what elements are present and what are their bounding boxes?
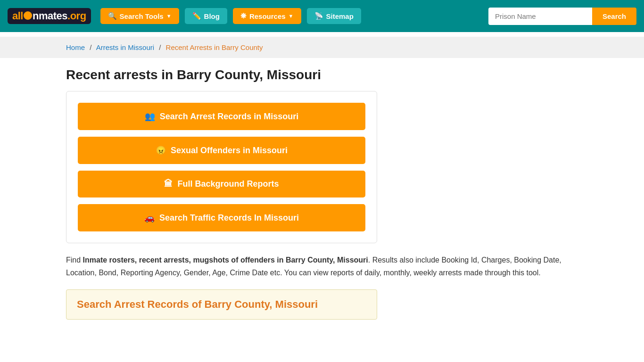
site-header: allnmates.org 🔍 Search Tools ▼ ✏️ Blog ❋…	[0, 0, 644, 32]
nav-resources-label: Resources	[249, 12, 286, 20]
search-section: Search Arrest Records of Barry County, M…	[66, 289, 377, 320]
description-prefix: Find	[66, 256, 83, 264]
page-description: Find Inmate rosters, recent arrests, mug…	[66, 254, 578, 279]
prison-name-input[interactable]	[488, 8, 592, 25]
nav-blog[interactable]: ✏️ Blog	[185, 8, 227, 24]
search-section-title: Search Arrest Records of Barry County, M…	[77, 298, 366, 311]
action-buttons-card: 👥 Search Arrest Records in Missouri 😠 Se…	[66, 91, 377, 243]
background-reports-button[interactable]: 🏛 Full Background Reports	[78, 171, 365, 197]
header-search-button[interactable]: Search	[592, 8, 636, 25]
chevron-down-icon: ▼	[166, 13, 172, 19]
sexual-offenders-icon: 😠	[156, 145, 166, 156]
blog-icon: ✏️	[192, 12, 201, 20]
arrest-records-icon: 👥	[145, 111, 155, 122]
breadcrumb-home[interactable]: Home	[66, 43, 85, 51]
traffic-records-icon: 🚗	[144, 213, 155, 223]
background-reports-icon: 🏛	[164, 179, 173, 189]
sitemap-icon: 📡	[314, 12, 323, 20]
breadcrumb-sep-2: /	[159, 43, 161, 51]
background-reports-label: Full Background Reports	[177, 179, 279, 189]
nav-search-tools-label: Search Tools	[120, 12, 164, 20]
breadcrumb-current: Recent Arrests in Barry County	[166, 43, 263, 51]
nav-resources[interactable]: ❋ Resources ▼	[233, 8, 301, 24]
nav-blog-label: Blog	[204, 12, 220, 20]
site-logo[interactable]: allnmates.org	[8, 8, 91, 24]
sexual-offenders-button[interactable]: 😠 Sexual Offenders in Missouri	[78, 137, 365, 164]
breadcrumb-arrests[interactable]: Arrests in Missouri	[96, 43, 154, 51]
chevron-down-icon-2: ▼	[289, 13, 294, 19]
nav-sitemap[interactable]: 📡 Sitemap	[307, 8, 361, 24]
search-arrest-records-label: Search Arrest Records in Missouri	[160, 112, 298, 122]
resources-icon: ❋	[240, 12, 247, 20]
header-search-bar: Search	[488, 8, 636, 25]
nav-search-tools[interactable]: 🔍 Search Tools ▼	[100, 8, 179, 24]
header-search-label: Search	[603, 12, 626, 20]
nav-sitemap-label: Sitemap	[326, 12, 354, 20]
breadcrumb-sep-1: /	[90, 43, 91, 51]
search-tools-icon: 🔍	[108, 12, 117, 20]
traffic-records-button[interactable]: 🚗 Search Traffic Records In Missouri	[78, 204, 365, 231]
page-title: Recent arrests in Barry County, Missouri	[66, 67, 578, 82]
description-highlight: Inmate rosters, recent arrests, mugshots…	[83, 256, 368, 264]
sexual-offenders-label: Sexual Offenders in Missouri	[171, 146, 288, 156]
main-content: Recent arrests in Barry County, Missouri…	[0, 58, 644, 338]
traffic-records-label: Search Traffic Records In Missouri	[159, 213, 299, 223]
search-arrest-records-button[interactable]: 👥 Search Arrest Records in Missouri	[78, 103, 365, 130]
breadcrumb: Home / Arrests in Missouri / Recent Arre…	[0, 37, 644, 58]
